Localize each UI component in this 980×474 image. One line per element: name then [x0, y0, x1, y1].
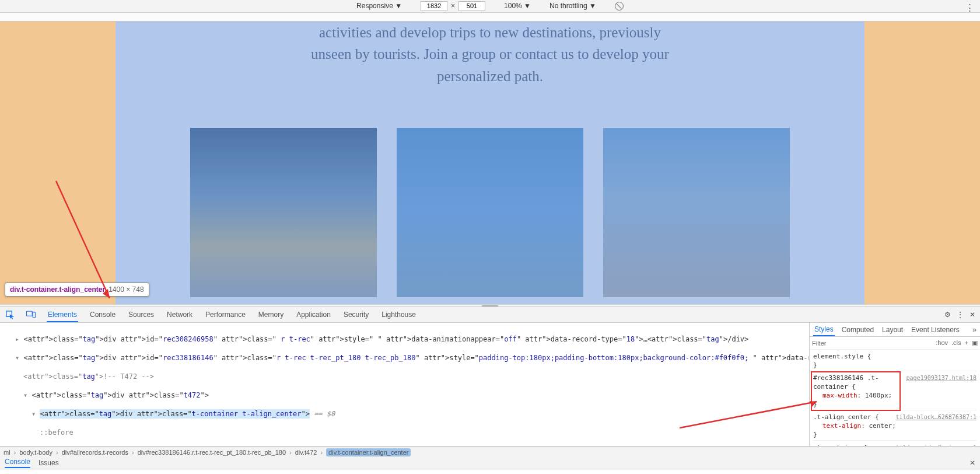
- dom-node[interactable]: <attr">class="tag">div attr">id="rec3082…: [7, 334, 809, 344]
- svg-rect-2: [26, 311, 32, 316]
- dimension-separator: ×: [451, 2, 455, 10]
- devtools-tab-bar: Elements Console Sources Network Perform…: [0, 307, 980, 323]
- tab-console[interactable]: Console: [89, 307, 117, 322]
- crumb-selected[interactable]: div.t-container.t-align_center: [326, 448, 411, 456]
- new-style-rule-icon[interactable]: +: [965, 339, 968, 347]
- styles-tabs-more-icon[interactable]: »: [972, 326, 977, 334]
- inspect-highlight-overlay: [116, 22, 864, 304]
- drawer-tab-console[interactable]: Console: [5, 458, 30, 468]
- crumb[interactable]: ml: [4, 449, 10, 456]
- annotation-arrow-2: [677, 399, 822, 434]
- styles-tab-computed[interactable]: Computed: [841, 324, 875, 336]
- viewport-height-input[interactable]: [459, 1, 485, 11]
- styles-tab-listeners[interactable]: Event Listeners: [910, 324, 961, 336]
- crumb[interactable]: div#allrecords.t-records: [62, 449, 128, 456]
- rule-source-link[interactable]: tilda-grid-…0.min.css:1: [896, 443, 977, 446]
- tab-elements[interactable]: Elements: [47, 307, 78, 322]
- styles-panel-menu-icon[interactable]: ▣: [972, 339, 978, 347]
- crumb[interactable]: body.t-body: [19, 449, 52, 456]
- styles-tab-styles[interactable]: Styles: [813, 323, 835, 336]
- crumb[interactable]: div.t472: [295, 449, 317, 456]
- devtools-menu-icon[interactable]: ⋮: [957, 311, 964, 319]
- device-toolbar-menu-icon[interactable]: ⋮: [965, 2, 974, 13]
- rule-source-link[interactable]: tilda-block…626876387:1: [896, 413, 977, 421]
- tab-memory[interactable]: Memory: [257, 307, 285, 322]
- devtools-close-icon[interactable]: ✕: [970, 311, 975, 319]
- tab-performance[interactable]: Performance: [204, 307, 247, 322]
- rule-selector[interactable]: element.style {: [813, 352, 977, 361]
- drawer-body[interactable]: [0, 469, 980, 474]
- toggle-device-icon[interactable]: [26, 309, 36, 320]
- crumb[interactable]: div#rec338186146.r.t-rec.t-rec_pt_180.t-…: [138, 449, 286, 456]
- rendered-viewport: activities and develop trips to new dest…: [0, 22, 980, 304]
- styles-panel: Styles Computed Layout Event Listeners »…: [809, 323, 980, 446]
- styles-rules[interactable]: element.style { } page19093137.html:18 #…: [810, 350, 980, 446]
- element-inspect-tooltip: div.t-container.t-align_center1400 × 748: [5, 283, 149, 297]
- styles-filter-input[interactable]: [812, 340, 936, 347]
- hov-toggle[interactable]: :hov: [936, 339, 948, 347]
- tab-network[interactable]: Network: [166, 307, 194, 322]
- device-toolbar: Responsive ▼ × 100% ▼ No throttling ▼ ⋮: [0, 0, 980, 13]
- ruler-bar: [0, 13, 980, 22]
- tab-sources[interactable]: Sources: [127, 307, 155, 322]
- drawer-tab-bar: Console Issues ✕: [0, 458, 980, 469]
- settings-gear-icon[interactable]: ⚙: [944, 311, 951, 319]
- svg-rect-3: [33, 312, 35, 318]
- throttling-dropdown[interactable]: No throttling ▼: [550, 2, 596, 10]
- dom-node[interactable]: <attr">class="tag">div attr">id="rec3381…: [7, 353, 809, 363]
- viewport-width-input[interactable]: [421, 1, 447, 11]
- inspect-element-icon[interactable]: [5, 309, 15, 320]
- styles-tab-layout[interactable]: Layout: [881, 324, 904, 336]
- drawer-close-icon[interactable]: ✕: [970, 459, 975, 467]
- rotate-icon[interactable]: [615, 2, 624, 11]
- rule-source-link[interactable]: page19093137.html:18: [907, 374, 977, 382]
- responsive-mode-dropdown[interactable]: Responsive ▼: [356, 2, 402, 10]
- dom-comment: <attr">class="tag">!-- T472 -->: [7, 372, 809, 381]
- dom-breadcrumbs[interactable]: ml› body.t-body› div#allrecords.t-record…: [0, 447, 980, 457]
- tab-lighthouse[interactable]: Lighthouse: [380, 307, 417, 322]
- tab-security[interactable]: Security: [342, 307, 370, 322]
- tab-application[interactable]: Application: [295, 307, 332, 322]
- zoom-dropdown[interactable]: 100% ▼: [504, 2, 531, 10]
- drawer-tab-issues[interactable]: Issues: [38, 459, 59, 467]
- svg-marker-4: [810, 401, 817, 407]
- cls-toggle[interactable]: .cls: [951, 339, 961, 347]
